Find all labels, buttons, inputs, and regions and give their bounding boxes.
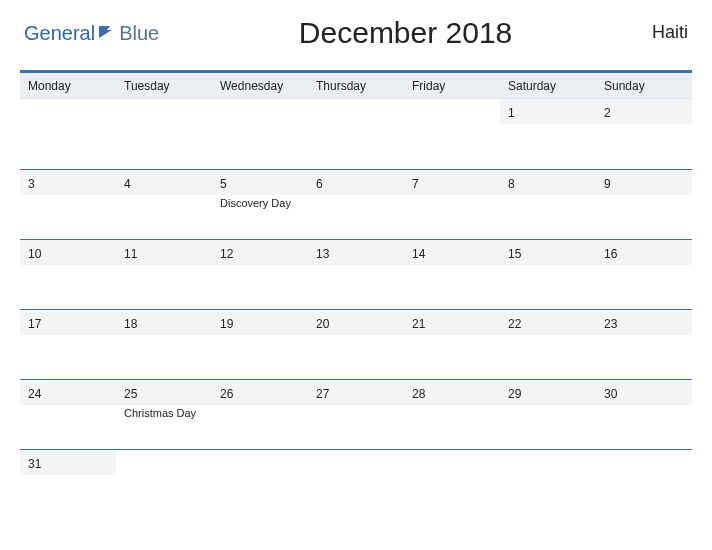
calendar-cell: 23 (596, 309, 692, 379)
day-number-row: 12 (212, 240, 308, 265)
day-number: 8 (508, 177, 515, 191)
day-number: 19 (220, 317, 233, 331)
calendar-cell: 11 (116, 239, 212, 309)
day-number-row: 2 (596, 99, 692, 124)
day-number: 21 (412, 317, 425, 331)
calendar-cell (212, 99, 308, 169)
calendar-cell (404, 449, 500, 489)
day-number: 25 (124, 387, 137, 401)
calendar-cell (116, 449, 212, 489)
day-number-row: 9 (596, 170, 692, 195)
calendar-cell: 24 (20, 379, 116, 449)
calendar-cell: 13 (308, 239, 404, 309)
calendar-cell: 12 (212, 239, 308, 309)
day-number: 11 (124, 247, 137, 261)
calendar-cell: 21 (404, 309, 500, 379)
day-number: 16 (604, 247, 617, 261)
logo: General Blue (24, 22, 159, 45)
weekday-header: Saturday (500, 73, 596, 99)
day-number: 3 (28, 177, 35, 191)
day-number-row: 19 (212, 310, 308, 335)
day-number: 18 (124, 317, 137, 331)
calendar-cell (500, 449, 596, 489)
day-number: 4 (124, 177, 131, 191)
day-number-row: 5 (212, 170, 308, 195)
calendar-cell: 25Christmas Day (116, 379, 212, 449)
weekday-header: Wednesday (212, 73, 308, 99)
calendar-cell: 3 (20, 169, 116, 239)
day-number: 1 (508, 106, 515, 120)
day-number-row: 8 (500, 170, 596, 195)
day-number-row: 27 (308, 380, 404, 405)
day-number: 6 (316, 177, 323, 191)
calendar-cell: 22 (500, 309, 596, 379)
day-number-row: 10 (20, 240, 116, 265)
calendar-cell (20, 99, 116, 169)
day-number: 27 (316, 387, 329, 401)
weekday-header: Tuesday (116, 73, 212, 99)
calendar-grid: MondayTuesdayWednesdayThursdayFridaySatu… (20, 70, 692, 489)
calendar-cell: 16 (596, 239, 692, 309)
calendar-cell: 28 (404, 379, 500, 449)
calendar-cell: 2 (596, 99, 692, 169)
calendar-cell: 10 (20, 239, 116, 309)
calendar-cell: 29 (500, 379, 596, 449)
day-number-row: 31 (20, 450, 116, 475)
day-number: 31 (28, 457, 41, 471)
calendar-cell (404, 99, 500, 169)
calendar-cell (596, 449, 692, 489)
day-number: 23 (604, 317, 617, 331)
country-label: Haiti (652, 22, 688, 43)
calendar-cell (308, 99, 404, 169)
day-number: 17 (28, 317, 41, 331)
calendar-cell: 20 (308, 309, 404, 379)
day-number-row: 24 (20, 380, 116, 405)
calendar-event: Christmas Day (124, 407, 204, 420)
calendar-cell: 5Discovery Day (212, 169, 308, 239)
calendar-cell: 9 (596, 169, 692, 239)
day-number-row: 15 (500, 240, 596, 265)
day-number-row: 22 (500, 310, 596, 335)
day-number-row: 29 (500, 380, 596, 405)
calendar-cell (308, 449, 404, 489)
day-number: 7 (412, 177, 419, 191)
calendar-cell: 1 (500, 99, 596, 169)
day-number: 13 (316, 247, 329, 261)
day-number: 20 (316, 317, 329, 331)
logo-text-general: General (24, 22, 95, 45)
day-number: 9 (604, 177, 611, 191)
day-number: 14 (412, 247, 425, 261)
calendar-event: Discovery Day (220, 197, 300, 210)
day-number-row: 30 (596, 380, 692, 405)
day-number: 26 (220, 387, 233, 401)
day-number-row: 26 (212, 380, 308, 405)
day-number-row: 18 (116, 310, 212, 335)
day-number: 22 (508, 317, 521, 331)
calendar-cell: 8 (500, 169, 596, 239)
day-number: 2 (604, 106, 611, 120)
day-number-row: 1 (500, 99, 596, 124)
logo-flag-icon (98, 24, 116, 44)
calendar-cell (212, 449, 308, 489)
header: General Blue December 2018 Haiti (20, 18, 692, 50)
day-number-row: 7 (404, 170, 500, 195)
calendar-cell: 18 (116, 309, 212, 379)
day-number: 5 (220, 177, 227, 191)
calendar-cell: 17 (20, 309, 116, 379)
day-number: 30 (604, 387, 617, 401)
day-number-row: 6 (308, 170, 404, 195)
calendar-cell: 27 (308, 379, 404, 449)
weekday-header: Friday (404, 73, 500, 99)
day-number: 15 (508, 247, 521, 261)
calendar-cell: 30 (596, 379, 692, 449)
calendar-cell: 4 (116, 169, 212, 239)
day-number: 10 (28, 247, 41, 261)
day-number-row: 20 (308, 310, 404, 335)
day-number-row: 28 (404, 380, 500, 405)
calendar-cell: 15 (500, 239, 596, 309)
calendar-cell: 26 (212, 379, 308, 449)
weekday-header: Monday (20, 73, 116, 99)
page-title: December 2018 (159, 16, 652, 50)
day-number-row: 4 (116, 170, 212, 195)
day-number-row: 13 (308, 240, 404, 265)
